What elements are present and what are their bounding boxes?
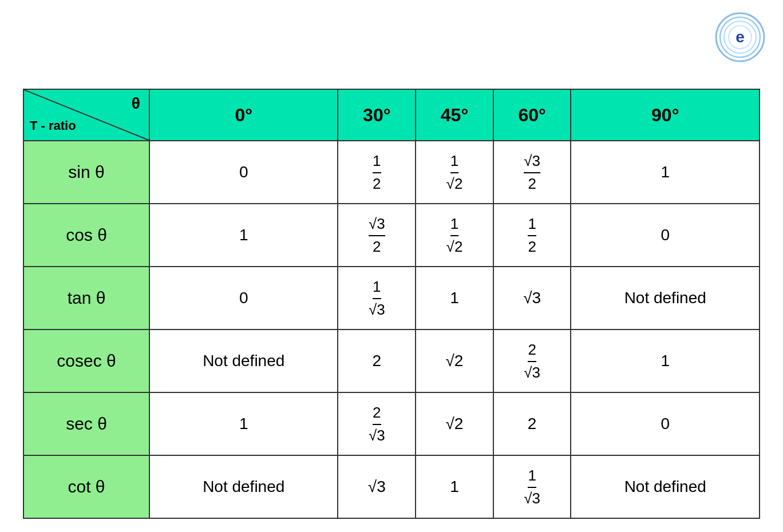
fraction-1-sqrt2-cos: 1 √2 [446, 215, 463, 255]
fraction-1-2: 1 2 [373, 152, 381, 192]
sin-60: √3 2 [493, 141, 571, 204]
cot-60: 1 √3 [493, 455, 571, 518]
angle-0: 0° [149, 89, 338, 141]
tan-label: tan θ [23, 267, 149, 329]
fraction-1-2-cos: 1 2 [528, 215, 536, 255]
svg-text:e: e [735, 28, 745, 46]
header-row: θ T - ratio 0° 30° 45° 60° 90° [23, 89, 760, 141]
cos-row: cos θ 1 √3 2 1 √2 1 2 0 [23, 204, 760, 267]
tan-0: 0 [149, 267, 338, 329]
cot-label: cot θ [23, 455, 149, 518]
fraction-sqrt3-2-cos: √3 2 [369, 215, 385, 255]
angle-45: 45° [416, 89, 493, 141]
angle-90: 90° [571, 89, 760, 141]
cosec-60: 2 √3 [493, 329, 571, 392]
theta-label: θ [132, 94, 140, 113]
fraction-1-sqrt2: 1 √2 [446, 152, 463, 192]
tratio-label: T - ratio [30, 118, 76, 133]
sin-row: sin θ 0 1 2 1 √2 √3 2 1 [23, 141, 760, 204]
cosec-label: cosec θ [23, 329, 149, 392]
fraction-1-sqrt3-cot: 1 √3 [524, 467, 540, 507]
sin-0: 0 [149, 141, 338, 204]
corner-cell: θ T - ratio [23, 89, 149, 141]
sec-label: sec θ [23, 392, 149, 455]
tan-45: 1 [416, 267, 493, 329]
cosec-90: 1 [571, 329, 760, 392]
sin-label: sin θ [23, 141, 149, 204]
sec-45: √2 [416, 392, 493, 455]
cot-90: Not defined [571, 455, 760, 518]
cosec-30: 2 [338, 329, 416, 392]
sin-90: 1 [571, 141, 760, 204]
sin-45: 1 √2 [416, 141, 493, 204]
cos-label: cos θ [23, 204, 149, 267]
sec-90: 0 [571, 392, 760, 455]
tan-90: Not defined [571, 267, 760, 329]
tan-60: √3 [493, 267, 571, 329]
cos-90: 0 [571, 204, 760, 267]
cot-30: √3 [338, 455, 416, 518]
cos-0: 1 [149, 204, 338, 267]
cos-30: √3 2 [338, 204, 416, 267]
tan-row: tan θ 0 1 √3 1 √3 Not defined [23, 267, 760, 329]
sec-0: 1 [149, 392, 338, 455]
trig-table: θ T - ratio 0° 30° 45° 60° 90° sin θ 0 1… [23, 89, 760, 519]
fraction-1-sqrt3-tan: 1 √3 [369, 278, 385, 318]
angle-30: 30° [338, 89, 416, 141]
cosec-row: cosec θ Not defined 2 √2 2 √3 1 [23, 329, 760, 392]
cot-45: 1 [416, 455, 493, 518]
sec-60: 2 [493, 392, 571, 455]
cot-0: Not defined [149, 455, 338, 518]
cosec-0: Not defined [149, 329, 338, 392]
angle-60: 60° [493, 89, 571, 141]
fraction-2-sqrt3-cosec: 2 √3 [524, 341, 540, 381]
trig-table-container: θ T - ratio 0° 30° 45° 60° 90° sin θ 0 1… [23, 89, 760, 519]
sec-row: sec θ 1 2 √3 √2 2 0 [23, 392, 760, 455]
cosec-45: √2 [416, 329, 493, 392]
fraction-2-sqrt3-sec: 2 √3 [369, 404, 385, 444]
cos-60: 1 2 [493, 204, 571, 267]
fraction-sqrt3-2: √3 2 [524, 152, 540, 192]
sec-30: 2 √3 [338, 392, 416, 455]
tan-30: 1 √3 [338, 267, 416, 329]
cot-row: cot θ Not defined √3 1 1 √3 Not defined [23, 455, 760, 518]
cos-45: 1 √2 [416, 204, 493, 267]
sin-30: 1 2 [338, 141, 416, 204]
logo: e [714, 11, 766, 63]
